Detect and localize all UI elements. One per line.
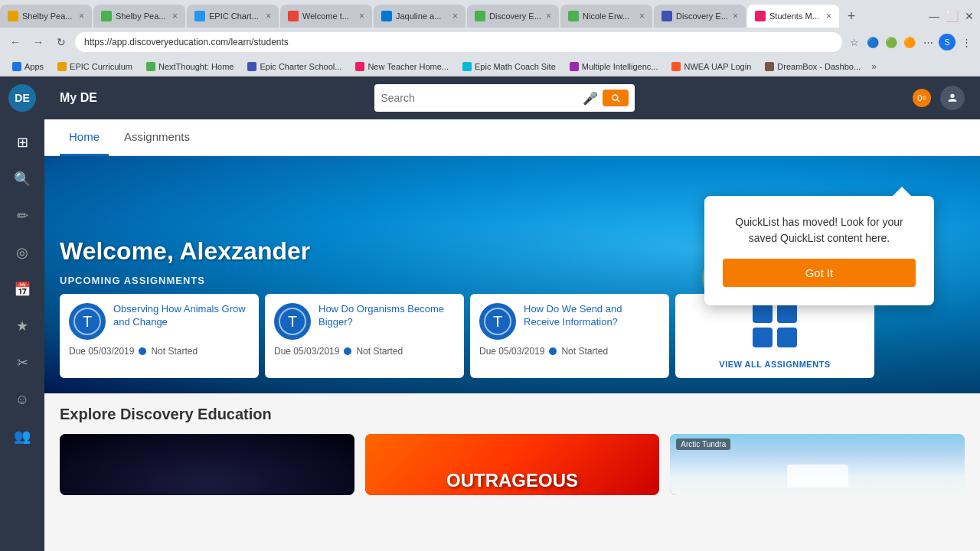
- assignment-meta-3: Due 05/03/2019 Not Started: [479, 346, 660, 357]
- address-input[interactable]: [75, 32, 842, 52]
- tab-close-1[interactable]: ×: [79, 11, 84, 21]
- browser-tab-4[interactable]: Welcome t... ×: [280, 5, 372, 28]
- bookmark-star-icon[interactable]: ☆: [847, 34, 862, 50]
- search-icon: [610, 93, 621, 103]
- close-btn[interactable]: ✕: [965, 10, 974, 22]
- assignment-card-3[interactable]: T How Do We Send and Receive Information…: [470, 294, 669, 378]
- avatar-icon[interactable]: S: [939, 34, 956, 51]
- tab-close-8[interactable]: ×: [733, 11, 738, 21]
- app-container: DE ⊞ 🔍 ✏ ◎ 📅 ★ ✂ ☺ 👥 My DE 🎤: [0, 77, 980, 551]
- browser-tab-7[interactable]: Nicole Erw... ×: [560, 5, 652, 28]
- assignment-icon-3: T: [479, 303, 516, 340]
- bookmark-nt-label: NextThought: Home: [158, 62, 234, 71]
- tab-close-7[interactable]: ×: [639, 11, 645, 21]
- tab-close-5[interactable]: ×: [452, 11, 458, 21]
- extension-icon-1[interactable]: 🔵: [865, 34, 880, 50]
- bookmark-multiple-int[interactable]: Multiple Intelligenc...: [564, 61, 665, 72]
- bookmark-nextthought[interactable]: NextThought: Home: [140, 61, 240, 72]
- tab-title-2: Shelby Pea...: [116, 11, 169, 21]
- grid-sq-3: [753, 328, 773, 347]
- bookmark-epic-curriculum[interactable]: EPIC Curriculum: [51, 61, 139, 72]
- bookmarks-more[interactable]: »: [871, 61, 877, 72]
- browser-tab-6[interactable]: Discovery E... ×: [467, 5, 559, 28]
- tab-favicon-4: [288, 11, 299, 21]
- reload-button[interactable]: ↻: [52, 33, 70, 51]
- back-button[interactable]: ←: [6, 33, 24, 51]
- bookmark-apps[interactable]: Apps: [6, 61, 50, 72]
- explore-card-2[interactable]: OUTRAGEOUS: [365, 434, 660, 495]
- browser-tab-8[interactable]: Discovery E... ×: [654, 5, 746, 28]
- sidebar-icon-circle[interactable]: ◎: [5, 236, 39, 269]
- sidebar-icon-star[interactable]: ★: [5, 309, 39, 343]
- assignment-title-1: Observing How Animals Grow and Change: [113, 303, 250, 329]
- quicklist-message: QuickList has moved! Look for your saved…: [723, 214, 916, 246]
- space-bg: [60, 434, 354, 495]
- assignment-due-3: Due 05/03/2019: [479, 346, 544, 357]
- search-bar[interactable]: 🎤: [374, 84, 635, 112]
- got-it-button[interactable]: Got It: [723, 259, 916, 287]
- browser-tab-1[interactable]: Shelby Pea... ×: [0, 5, 92, 28]
- sidebar-icon-people[interactable]: 👥: [5, 419, 39, 453]
- bookmarks-bar: Apps EPIC Curriculum NextThought: Home E…: [0, 57, 980, 77]
- view-all-card[interactable]: VIEW ALL ASSIGNMENTS: [675, 294, 874, 378]
- browser-tab-5[interactable]: Jaquline a... ×: [374, 5, 466, 28]
- browser-tab-2[interactable]: Shelby Pea... ×: [93, 5, 185, 28]
- mic-icon[interactable]: 🎤: [583, 91, 598, 106]
- bookmark-dreambox[interactable]: DreamBox - Dashbo...: [759, 61, 867, 72]
- sidebar-icon-face[interactable]: ☺: [5, 383, 39, 416]
- tab-close-6[interactable]: ×: [546, 11, 551, 21]
- sidebar-icon-pencil[interactable]: ✏: [5, 199, 39, 233]
- assignment-card-2[interactable]: T How Do Organisms Become Bigger? Due 05…: [265, 294, 464, 378]
- minimize-btn[interactable]: —: [929, 10, 939, 22]
- queue-badge[interactable]: 0 ≡: [913, 89, 931, 107]
- tab-title-3: EPIC Chart...: [209, 11, 263, 21]
- em-bm-icon: [462, 62, 472, 71]
- extension-icon-4[interactable]: ⋯: [920, 34, 936, 50]
- tab-favicon-3: [194, 11, 205, 21]
- tab-title-7: Nicole Erw...: [583, 11, 636, 21]
- tab-assignments[interactable]: Assignments: [115, 119, 199, 156]
- more-icon[interactable]: ⋮: [959, 34, 974, 50]
- ecs-bm-icon: [247, 62, 256, 71]
- sidebar-icon-location[interactable]: 🔍: [5, 162, 39, 196]
- grid-sq-2: [777, 303, 797, 323]
- assignment-due-2: Due 05/03/2019: [274, 346, 339, 357]
- db-bm-icon: [765, 62, 774, 71]
- extension-icon-3[interactable]: 🟠: [902, 34, 917, 50]
- tab-close-9[interactable]: ×: [826, 11, 831, 21]
- bookmark-epic-charter[interactable]: Epic Charter School...: [241, 61, 348, 72]
- explore-card-1[interactable]: [60, 434, 354, 495]
- tab-home[interactable]: Home: [60, 119, 109, 156]
- maximize-btn[interactable]: ⬜: [946, 10, 959, 22]
- my-de-title[interactable]: My DE: [60, 91, 97, 105]
- bookmark-ecs-label: Epic Charter School...: [260, 62, 341, 71]
- de-logo-text: DE: [15, 92, 29, 104]
- tab-title-4: Welcome t...: [302, 11, 356, 21]
- assignment-card-1[interactable]: T Observing How Animals Grow and Change …: [60, 294, 259, 378]
- sidebar-icon-grid[interactable]: ⊞: [5, 126, 39, 159]
- de-logo[interactable]: DE: [8, 84, 36, 112]
- bookmark-mi-label: Multiple Intelligenc...: [582, 62, 658, 71]
- sidebar-icon-calendar[interactable]: 📅: [5, 272, 39, 306]
- search-button[interactable]: [603, 90, 629, 106]
- mi-bm-icon: [570, 62, 579, 71]
- forward-button[interactable]: →: [29, 33, 47, 51]
- user-avatar[interactable]: [940, 86, 965, 110]
- extension-icon-2[interactable]: 🟢: [884, 34, 899, 50]
- bookmark-epic-label: EPIC Curriculum: [70, 62, 132, 71]
- assignments-row: T Observing How Animals Grow and Change …: [60, 294, 965, 378]
- sidebar-icon-scissors[interactable]: ✂: [5, 346, 39, 380]
- assignment-top-3: T How Do We Send and Receive Information…: [479, 303, 660, 340]
- bookmark-nwea[interactable]: NWEA UAP Login: [665, 61, 757, 72]
- bookmark-new-teacher[interactable]: New Teacher Home...: [349, 61, 455, 72]
- tab-close-2[interactable]: ×: [172, 11, 178, 21]
- tab-close-4[interactable]: ×: [359, 11, 364, 21]
- bookmark-epic-math[interactable]: Epic Math Coach Site: [456, 61, 562, 72]
- new-tab-button[interactable]: +: [841, 5, 862, 27]
- tab-close-3[interactable]: ×: [266, 11, 271, 21]
- browser-tab-9[interactable]: Students M... ×: [747, 5, 839, 28]
- tab-favicon-7: [568, 11, 579, 21]
- explore-card-3[interactable]: Arctic Tundra: [670, 434, 965, 495]
- browser-tab-3[interactable]: EPIC Chart... ×: [187, 5, 279, 28]
- search-input[interactable]: [381, 92, 583, 104]
